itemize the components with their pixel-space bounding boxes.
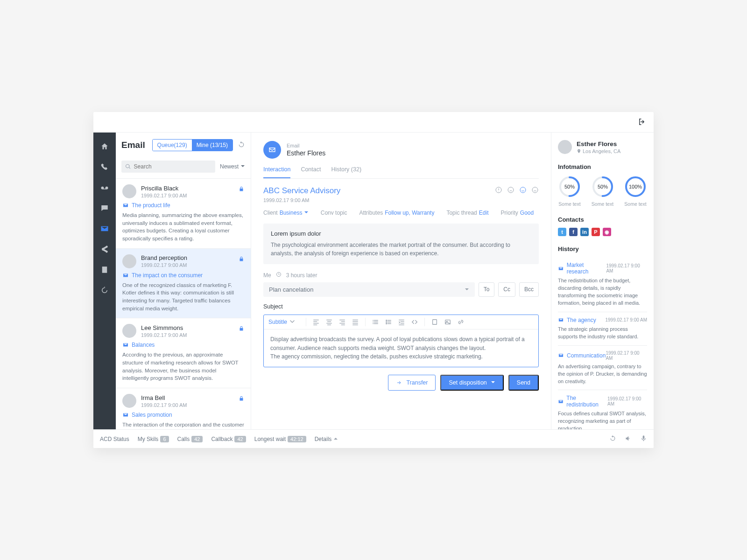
tab-contact[interactable]: Contact: [301, 166, 321, 178]
link-icon[interactable]: [457, 318, 465, 326]
email-card[interactable]: Irma Bell1999.02.17 9:00 AMSales promoti…: [116, 388, 251, 429]
search-field[interactable]: [134, 163, 211, 170]
align-right-icon[interactable]: [338, 318, 346, 326]
meta-topic-thread[interactable]: Topic threadEdit: [446, 210, 488, 216]
cc-button[interactable]: Cc: [498, 282, 515, 297]
svg-point-1: [508, 187, 514, 193]
email-subject: Balances: [122, 342, 244, 348]
editor-body[interactable]: Display advertising broadcasts the surve…: [264, 329, 538, 367]
history-item[interactable]: The agency1999.02.17 9:00 AMThe strategi…: [558, 312, 647, 346]
queue-tabs: Queue(129) Mine (13/15): [152, 139, 233, 151]
footer-skills[interactable]: My Skils6: [138, 436, 169, 442]
nav-contacts-icon[interactable]: [93, 259, 116, 280]
from-name: Esther Flores: [287, 149, 325, 157]
sender-name: Irma Bell: [141, 394, 187, 401]
list-unordered-icon[interactable]: [384, 318, 393, 326]
search-input[interactable]: [121, 161, 215, 173]
frown-icon[interactable]: [507, 186, 514, 195]
subject-label: Subject: [263, 303, 539, 310]
list-ordered-icon[interactable]: [371, 318, 380, 326]
lock-icon: [239, 396, 244, 403]
history-subject: The redistribution: [558, 395, 607, 408]
history-excerpt: The strategic planning process supports …: [558, 326, 647, 341]
svg-point-2: [520, 187, 526, 193]
fb-icon[interactable]: f: [569, 228, 578, 236]
tw-icon[interactable]: t: [558, 228, 566, 236]
justify-icon[interactable]: [351, 318, 359, 326]
tab-interaction[interactable]: Interaction: [263, 166, 290, 178]
attachment-icon[interactable]: [430, 318, 439, 326]
to-button[interactable]: To: [479, 282, 495, 297]
exit-icon[interactable]: [638, 118, 647, 127]
refresh-icon[interactable]: [238, 141, 245, 150]
history-item[interactable]: The redistribution1999.02.17 9:00 AMFocu…: [558, 390, 647, 429]
history-time: 1999.02.17 9:00 AM: [605, 317, 647, 322]
footer-volume-icon[interactable]: [625, 435, 632, 443]
indent-icon[interactable]: [397, 318, 406, 326]
meta-conv-topic[interactable]: Conv topic: [321, 210, 347, 216]
image-icon[interactable]: [444, 318, 452, 326]
code-icon[interactable]: [410, 318, 419, 326]
nav-phone-icon[interactable]: [93, 157, 116, 177]
status-bar: ACD Status My Skils6 Calls42 Callback42 …: [93, 429, 654, 448]
footer-wait: Longest wait42:12: [254, 436, 306, 442]
sort-dropdown[interactable]: Newest: [220, 163, 245, 170]
email-excerpt: The interaction of the corporation and t…: [122, 421, 244, 429]
svg-point-5: [386, 320, 387, 321]
quote-body: The psychological environment accelerate…: [271, 241, 531, 258]
history-excerpt: The redistribution of the budget, discar…: [558, 277, 647, 307]
neutral-icon[interactable]: [531, 186, 539, 195]
history-item[interactable]: Market research1999.02.17 9:00 AMThe red…: [558, 257, 647, 312]
nav-chat-icon[interactable]: [93, 198, 116, 218]
info-section-title: Infotmation: [558, 163, 647, 170]
chevron-down-icon: [465, 286, 469, 293]
nav-voicemail-icon[interactable]: [93, 177, 116, 198]
footer-callback[interactable]: Callback42: [211, 436, 246, 442]
footer-mic-icon[interactable]: [640, 435, 647, 443]
footer-calls[interactable]: Calls42: [177, 436, 203, 442]
footer-refresh-icon[interactable]: [609, 435, 616, 443]
tab-mine[interactable]: Mine (13/15): [192, 140, 233, 151]
sent-time: 1999.02.17 9:00 AM: [141, 193, 187, 198]
smile-icon[interactable]: [519, 186, 527, 195]
sidebar-nav: [93, 133, 116, 429]
me-time: 3 hours later: [286, 272, 317, 279]
lock-icon: [239, 256, 244, 263]
align-center-icon[interactable]: [325, 318, 333, 326]
in-icon[interactable]: in: [580, 228, 589, 236]
send-button[interactable]: Send: [508, 375, 539, 391]
pn-icon[interactable]: P: [592, 228, 600, 236]
email-subject: Sales promotion: [122, 412, 244, 418]
bcc-button[interactable]: Bcc: [519, 282, 539, 297]
style-select[interactable]: Subtitle: [268, 319, 300, 325]
meta-attributes[interactable]: AttributesFollow up, Warranty: [359, 210, 434, 216]
tab-history-[interactable]: History (32): [331, 166, 361, 178]
tab-queue[interactable]: Queue(129): [153, 140, 192, 151]
email-excerpt: According to the previous, an approximat…: [122, 351, 244, 382]
footer-details[interactable]: Details: [315, 436, 338, 442]
email-card[interactable]: Brand perception1999.02.17 9:00 AMThe im…: [116, 248, 251, 318]
svg-text:100%: 100%: [629, 184, 642, 189]
reaction-icons: [495, 186, 539, 195]
email-card[interactable]: Lee Simmmons1999.02.17 9:00 AMBalancesAc…: [116, 318, 251, 388]
set-disposition-button[interactable]: Set disposition: [440, 375, 503, 391]
sender-avatar: [122, 324, 136, 338]
sender-name: Brand perception: [141, 254, 187, 261]
acd-status[interactable]: ACD Status: [100, 436, 129, 442]
alert-icon[interactable]: [495, 186, 502, 195]
align-left-icon[interactable]: [312, 318, 320, 326]
channel-badge-icon: [263, 141, 281, 159]
info-gauge: 100%Some text: [624, 175, 647, 207]
nav-home-icon[interactable]: [93, 136, 116, 157]
transfer-button[interactable]: Transfer: [388, 375, 436, 391]
nav-timer-icon[interactable]: [93, 280, 116, 301]
nav-share-icon[interactable]: [93, 239, 116, 259]
contact-avatar: [558, 140, 572, 154]
template-select[interactable]: Plan cancelation: [263, 282, 475, 297]
nav-email-icon[interactable]: [93, 218, 116, 239]
ig-icon[interactable]: ◉: [603, 228, 611, 236]
email-card[interactable]: Priscilla Black1999.02.17 9:00 AMThe pro…: [116, 178, 251, 248]
history-item[interactable]: Communication1999.02.17 9:00 AMAn advert…: [558, 346, 647, 391]
meta-client[interactable]: ClientBusiness: [263, 210, 309, 216]
meta-priority: PriorityGood: [500, 210, 534, 216]
